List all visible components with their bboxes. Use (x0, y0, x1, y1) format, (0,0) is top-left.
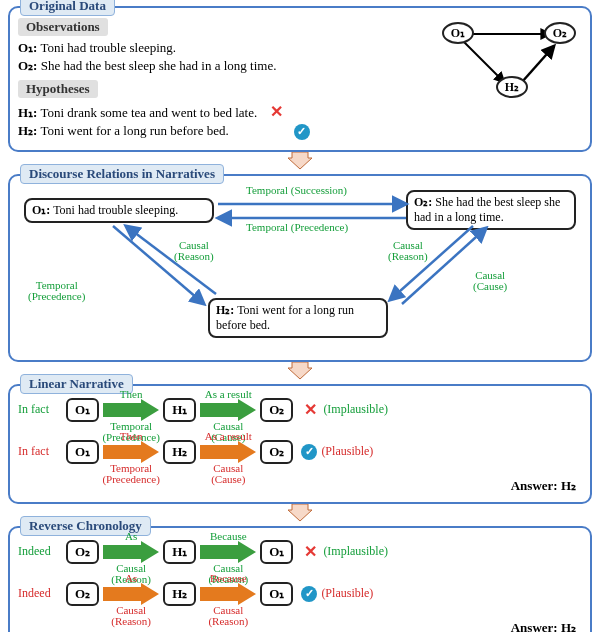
chip-h2: H₂ (163, 582, 196, 606)
chip-h1: H₁ (163, 398, 196, 422)
arrow-top-then: Then (120, 430, 143, 442)
arrow-green-1: Then Temporal (Precedence) (103, 399, 159, 421)
chip-o1: O₁ (260, 540, 293, 564)
rel-label-right-up: Causal (Reason) (388, 240, 428, 263)
reverse-row-2: Indeed O₂ As Causal (Reason) H₂ Because … (18, 582, 582, 606)
arrow-top-because: Because (210, 572, 247, 584)
chip-o1: O₁ (66, 440, 99, 464)
check-icon: ✓ (301, 444, 317, 460)
graph-node-o1: O₁ (442, 22, 474, 44)
chip-o2: O₂ (66, 582, 99, 606)
section-title-linear: Linear Narrative (20, 374, 133, 394)
observation-o2: O₂: She had the best sleep she had in a … (18, 58, 424, 74)
linear-lead-1: In fact (18, 402, 62, 417)
result-implausible: ✕ (Implausible) (301, 542, 388, 561)
o1-text: Toni had trouble sleeping. (37, 40, 176, 55)
linear-lead-2: In fact (18, 444, 62, 459)
original-text-block: Observations O₁: Toni had trouble sleepi… (18, 14, 424, 142)
rel-label-left-up: Temporal (Precedence) (28, 280, 85, 303)
arrow-top-because: Because (210, 530, 247, 542)
svg-line-2 (522, 46, 554, 82)
o2-text: She had the best sleep she had in a long… (37, 58, 276, 73)
hypotheses-heading: Hypotheses (18, 80, 98, 98)
chip-o2: O₂ (260, 398, 293, 422)
svg-line-1 (462, 40, 504, 82)
panel-linear-narrative: Linear Narrative In fact O₁ Then Tempora… (8, 384, 592, 504)
linear-row-2: In fact O₁ Then Temporal (Precedence) H₂… (18, 440, 582, 464)
cross-icon: ✕ (301, 400, 319, 419)
hypothesis-h1: H₁: Toni drank some tea and went to bed … (18, 102, 424, 121)
arrow-orange-1: Then Temporal (Precedence) (103, 441, 159, 463)
rel-label-right-dn: Causal (Cause) (473, 270, 507, 293)
arrow-orange-2: As a result Causal (Cause) (200, 441, 256, 463)
reverse-answer: Answer: H₂ (18, 620, 582, 633)
graph-node-h2: H₂ (496, 76, 528, 98)
section-title-original: Original Data (20, 0, 115, 16)
h2-tag: H₂: (18, 123, 37, 138)
h2-text: Toni went for a long run before bed. (37, 123, 228, 138)
section-title-discourse: Discourse Relations in Narratives (20, 164, 224, 184)
arrow-top-as-a-result: As a result (205, 388, 252, 400)
arrow-green-3: As Causal (Reason) (103, 541, 159, 563)
arrow-orange-4: Because Causal (Reason) (200, 583, 256, 605)
arrow-bot-causal-reason: Causal (Reason) (208, 605, 248, 627)
result-plausible: ✓ (Plausible) (301, 586, 373, 602)
arrow-top-as: As (125, 530, 137, 542)
cross-icon: ✕ (267, 102, 285, 121)
hypothesis-h2: H₂: Toni went for a long run before bed.… (18, 123, 424, 140)
arrow-top-as: As (125, 572, 137, 584)
check-icon: ✓ (294, 124, 310, 140)
implausible-label: (Implausible) (323, 544, 388, 559)
chip-o1: O₁ (260, 582, 293, 606)
arrow-green-2: As a result Causal (Cause) (200, 399, 256, 421)
check-icon: ✓ (301, 586, 317, 602)
chip-h2: H₂ (163, 440, 196, 464)
chip-o1: O₁ (66, 398, 99, 422)
chip-o2: O₂ (260, 440, 293, 464)
graph-node-o2: O₂ (544, 22, 576, 44)
reverse-lead-1: Indeed (18, 544, 62, 559)
o1-tag: O₁: (18, 40, 37, 55)
rel-label-temporal-precedence-top: Temporal (Precedence) (246, 222, 348, 234)
chip-h1: H₁ (163, 540, 196, 564)
rel-label-temporal-succession: Temporal (Succession) (246, 185, 347, 197)
rel-label-left-dn: Causal (Reason) (174, 240, 214, 263)
observations-heading: Observations (18, 18, 108, 36)
arrow-bot-temporal-precedence: Temporal (Precedence) (102, 463, 159, 485)
reverse-row-1: Indeed O₂ As Causal (Reason) H₁ Because … (18, 540, 582, 564)
chip-o2: O₂ (66, 540, 99, 564)
observation-o1: O₁: Toni had trouble sleeping. (18, 40, 424, 56)
causal-graph: O₁ O₂ H₂ (432, 14, 582, 124)
arrow-green-4: Because Causal (Reason) (200, 541, 256, 563)
reverse-lead-2: Indeed (18, 586, 62, 601)
linear-row-1: In fact O₁ Then Temporal (Precedence) H₁… (18, 398, 582, 422)
implausible-label: (Implausible) (323, 402, 388, 417)
arrow-top-as-a-result: As a result (205, 430, 252, 442)
o2-tag: O₂: (18, 58, 37, 73)
result-plausible: ✓ (Plausible) (301, 444, 373, 460)
h1-tag: H₁: (18, 105, 37, 120)
arrow-bot-causal-reason: Causal (Reason) (111, 605, 151, 627)
panel-discourse: Discourse Relations in Narratives O₁: To… (8, 174, 592, 362)
h1-text: Toni drank some tea and went to bed late… (37, 105, 257, 120)
plausible-label: (Plausible) (321, 444, 373, 459)
arrow-orange-3: As Causal (Reason) (103, 583, 159, 605)
result-implausible: ✕ (Implausible) (301, 400, 388, 419)
arrow-top-then: Then (120, 388, 143, 400)
panel-reverse-chronology: Reverse Chronology Indeed O₂ As Causal (… (8, 526, 592, 633)
panel-original-data: Original Data Observations O₁: Toni had … (8, 6, 592, 152)
cross-icon: ✕ (301, 542, 319, 561)
plausible-label: (Plausible) (321, 586, 373, 601)
arrow-bot-causal-cause: Causal (Cause) (211, 463, 245, 485)
svg-line-5 (113, 226, 204, 304)
